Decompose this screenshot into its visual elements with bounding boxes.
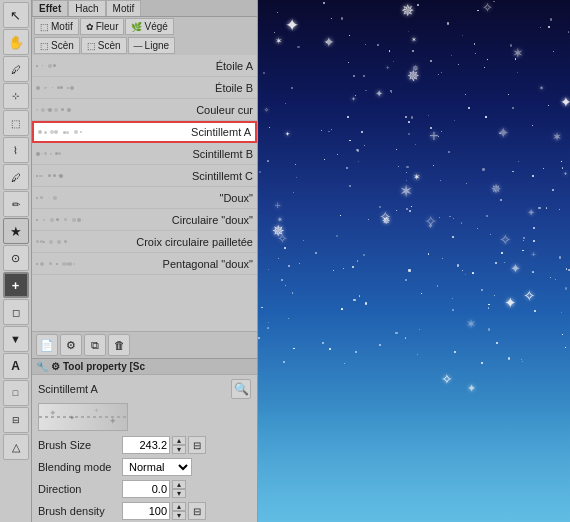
stars-canvas: ✵✶✧✦✦✦✧✵✵++✧✦+✧✦✶✶✵✧✦✧✧✶✶✶✦✦✧✶✶++✧✦✵✶✦✦✵ [258,0,570,522]
sparkle-star: ✦ [510,261,521,276]
brush-density-up[interactable]: ▴ [172,502,186,511]
preview-cross3: + [94,406,99,415]
brush-item-3[interactable]: Scintillemt A [32,121,257,143]
brush-item-0[interactable]: Étoile A [32,55,257,77]
transform-tool[interactable]: ⊹ [3,83,29,109]
sparkle-star: + [531,250,536,259]
sparkle-star: ✶ [539,84,544,91]
brush-density-down[interactable]: ▾ [172,511,186,520]
sparkle-star: ✦ [375,88,383,99]
text-tool[interactable]: A [3,353,29,379]
brush-density-icon[interactable]: ⊟ [188,502,206,520]
tab-hach[interactable]: Hach [68,0,105,16]
sparkle-star: + [274,199,280,211]
sparkle-star: + [564,170,568,176]
settings-brush-btn[interactable]: ⚙ [60,334,82,356]
sparkle-star: + [429,127,438,145]
brush-density-row: Brush density ▴ ▾ ⊟ [32,500,257,522]
selection-rect-tool[interactable]: ⬚ [3,110,29,136]
brush-size-icon[interactable]: ⊟ [188,436,206,454]
lasso-tool[interactable]: ⌇ [3,137,29,163]
brush-name-8: Croix circulaire pailletée [136,236,253,248]
top-tabs-row1: Effet Hach Motif [32,0,257,17]
brush-density-label: Brush density [38,505,118,517]
star-tool[interactable]: ★ [3,218,29,244]
sparkle-star: ✦ [285,15,299,36]
hand-tool[interactable]: ✋ [3,29,29,55]
fleur-btn[interactable]: ✿ Fleur [80,18,125,35]
scene2-btn[interactable]: ⬚ Scèn [81,37,127,54]
brush-item-5[interactable]: Scintillemt C [32,165,257,187]
motif-btn[interactable]: ⬚ Motif [34,18,79,35]
pen-tool[interactable]: 🖊 [3,164,29,190]
brush-preview-6 [36,191,216,205]
delete-brush-btn[interactable]: 🗑 [108,334,130,356]
eraser-tool[interactable]: ◻ [3,299,29,325]
scene1-btn[interactable]: ⬚ Scèn [34,37,80,54]
brush-item-2[interactable]: Couleur cur [32,99,257,121]
duplicate-brush-btn[interactable]: ⧉ [84,334,106,356]
brush-item-9[interactable]: Pentagonal "doux" [32,253,257,275]
brush-preview-5 [36,169,188,183]
direction-down[interactable]: ▾ [172,489,186,498]
layer-move-tool[interactable]: ⊟ [3,407,29,433]
vege-label: Végé [144,21,167,32]
brush-item-1[interactable]: Étoile B [32,77,257,99]
sparkle-star: ✦ [323,34,335,50]
brush-size-label: Brush Size [38,439,118,451]
sparkle-star: ✶ [552,130,562,144]
blending-mode-row: Blending mode Normal Multiply Screen Ove… [32,456,257,478]
brush-density-input[interactable] [122,502,170,520]
tab-motif[interactable]: Motif [106,0,142,16]
brush-item-6[interactable]: "Doux" [32,187,257,209]
sparkle-star: ✧ [499,231,512,249]
brush-item-7[interactable]: Circulaire "doux" [32,209,257,231]
wrench-icon: 🔧 [36,361,48,372]
sparkle-star: ✦ [497,124,510,142]
ligne-btn[interactable]: — Ligne [128,37,175,54]
brush-tool[interactable]: ✏ [3,191,29,217]
brush-size-up[interactable]: ▴ [172,436,186,445]
sparkle-star: ✶ [512,45,524,61]
fill-tool[interactable]: ▼ [3,326,29,352]
blending-mode-select[interactable]: Normal Multiply Screen Overlay [122,458,192,476]
shape-tool[interactable]: □ [3,380,29,406]
brush-preview-3 [38,125,187,139]
new-brush-btn[interactable]: 📄 [36,334,58,356]
brush-name-6: "Doux" [220,192,254,204]
direction-row: Direction ▴ ▾ [32,478,257,500]
plus-tool[interactable]: + [3,272,29,298]
direction-input[interactable] [122,480,170,498]
scene2-label: Scèn [98,40,121,51]
tab-effet[interactable]: Effet [32,0,68,16]
sparkle-star: ✶ [399,181,413,202]
cursor-tool[interactable]: ↖ [3,2,29,28]
eyedropper-tool[interactable]: 🖊 [3,56,29,82]
scene1-icon: ⬚ [40,41,49,51]
brush-preview-4 [36,147,188,161]
ligne-label: Ligne [145,40,169,51]
sparkle-star: ✧ [482,0,493,15]
brush-item-8[interactable]: Croix circulaire pailletée [32,231,257,253]
brush-preview-8 [36,235,132,249]
brush-name-2: Couleur cur [196,104,253,116]
brush-name-0: Étoile A [216,60,253,72]
direction-up[interactable]: ▴ [172,480,186,489]
vege-btn[interactable]: 🌿 Végé [125,18,173,35]
sparkle-star: ✧ [428,222,433,229]
dropper-tool2[interactable]: ⊙ [3,245,29,271]
sparkle-star: ✵ [491,182,501,196]
magnify-btn[interactable]: 🔍 [231,379,251,399]
brush-size-input[interactable] [122,436,170,454]
tp-preview-row: Scintillemt A 🔍 [32,375,257,403]
middle-panel: Effet Hach Motif ⬚ Motif ✿ Fleur 🌿 Végé … [32,0,258,522]
tool-property-header: 🔧 ⚙ Tool property [Sc [32,359,257,375]
preview-box-row: ✦ ✦ + ✦ [32,403,257,434]
left-toolbar: ↖ ✋ 🖊 ⊹ ⬚ ⌇ 🖊 ✏ ★ ⊙ + ◻ ▼ A □ ⊟ △ [0,0,32,522]
gradient-tool[interactable]: △ [3,434,29,460]
canvas-area[interactable]: ✵✶✧✦✦✦✧✵✵++✧✦+✧✦✶✶✵✧✦✧✧✶✶✶✦✦✧✶✶++✧✦✵✶✦✦✵ [258,0,570,522]
sparkle-star: ✦ [527,207,535,218]
brush-name-7: Circulaire "doux" [172,214,253,226]
brush-size-down[interactable]: ▾ [172,445,186,454]
brush-item-4[interactable]: Scintillemt B [32,143,257,165]
